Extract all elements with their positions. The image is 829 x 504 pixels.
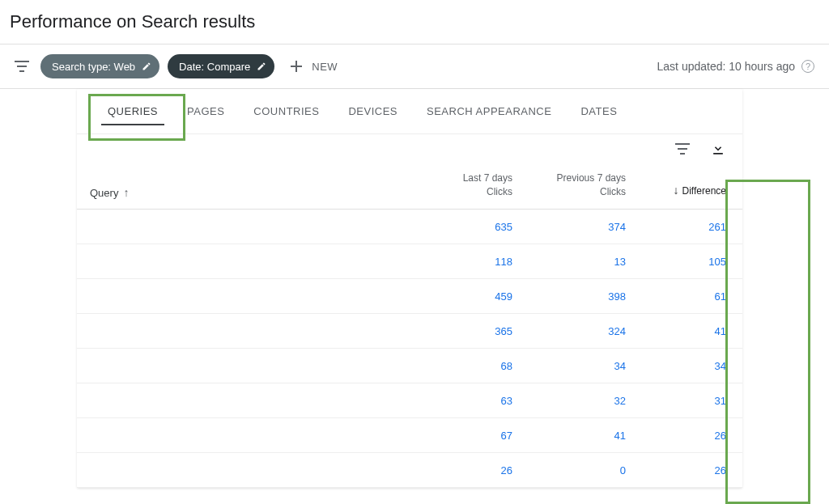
table-row[interactable]: 683434 <box>77 349 742 383</box>
column-last-7[interactable]: Last 7 days Clicks <box>427 172 532 199</box>
cell-prev-7: 41 <box>532 430 645 442</box>
column-prev-7[interactable]: Previous 7 days Clicks <box>532 172 645 199</box>
column-last-7-l2: Clicks <box>427 185 512 199</box>
sort-asc-icon: ↑ <box>123 186 129 199</box>
last-updated-text: Last updated: 10 hours ago <box>657 60 795 73</box>
table-row[interactable]: 36532441 <box>77 314 742 349</box>
cell-difference: 105 <box>645 256 742 268</box>
cell-prev-7: 374 <box>532 221 645 233</box>
results-card: QUERIES PAGES COUNTRIES DEVICES SEARCH A… <box>77 89 742 488</box>
table-header: Query ↑ Last 7 days Clicks Previous 7 da… <box>77 162 742 210</box>
cell-difference: 41 <box>645 325 742 337</box>
filter-icon[interactable] <box>15 61 29 72</box>
column-difference[interactable]: ↓ Difference <box>645 183 742 199</box>
table-row[interactable]: 635374261 <box>77 210 742 244</box>
add-filter-button[interactable]: NEW <box>289 59 338 74</box>
cell-difference: 26 <box>645 430 742 442</box>
tab-devices[interactable]: DEVICES <box>334 89 412 133</box>
cell-prev-7: 0 <box>532 464 645 476</box>
table-row[interactable]: 633231 <box>77 383 742 418</box>
help-icon[interactable]: ? <box>801 60 814 73</box>
column-prev-7-l1: Previous 7 days <box>532 172 626 185</box>
column-query-label: Query <box>90 187 118 199</box>
tabs: QUERIES PAGES COUNTRIES DEVICES SEARCH A… <box>77 89 742 133</box>
cell-prev-7: 13 <box>532 256 645 268</box>
table-tools <box>77 133 742 162</box>
tab-pages[interactable]: PAGES <box>172 89 239 133</box>
cell-last-7: 635 <box>427 221 532 233</box>
cell-last-7: 67 <box>427 430 532 442</box>
chip-search-type-label: Search type: Web <box>52 61 135 73</box>
cell-prev-7: 32 <box>532 395 645 407</box>
table-row[interactable]: 26026 <box>77 453 742 488</box>
column-last-7-l1: Last 7 days <box>427 172 512 185</box>
chip-search-type[interactable]: Search type: Web <box>40 54 159 78</box>
cell-last-7: 118 <box>427 256 532 268</box>
pencil-icon <box>142 61 151 71</box>
pencil-icon <box>257 61 266 71</box>
column-prev-7-l2: Clicks <box>532 185 626 199</box>
cell-difference: 61 <box>645 290 742 303</box>
table-filter-icon[interactable] <box>674 141 691 157</box>
cell-difference: 31 <box>645 395 742 407</box>
tab-queries[interactable]: QUERIES <box>93 89 172 133</box>
column-difference-label: Difference <box>682 184 726 198</box>
add-filter-label: NEW <box>312 61 338 73</box>
cell-difference: 261 <box>645 221 742 233</box>
sort-desc-icon: ↓ <box>674 183 679 199</box>
cell-prev-7: 34 <box>532 360 645 372</box>
filter-bar: Search type: Web Date: Compare NEW Last … <box>0 44 829 89</box>
cell-difference: 26 <box>645 464 742 476</box>
cell-prev-7: 324 <box>532 325 645 337</box>
tab-countries[interactable]: COUNTRIES <box>239 89 334 133</box>
column-query[interactable]: Query ↑ <box>90 172 427 199</box>
download-icon[interactable] <box>710 141 726 157</box>
tab-dates[interactable]: DATES <box>566 89 631 133</box>
cell-last-7: 459 <box>427 290 532 303</box>
plus-icon <box>289 59 304 74</box>
tab-search-appearance[interactable]: SEARCH APPEARANCE <box>412 89 566 133</box>
cell-last-7: 68 <box>427 360 532 372</box>
cell-last-7: 63 <box>427 395 532 407</box>
chip-date-compare-label: Date: Compare <box>179 61 250 73</box>
page-title: Performance on Search results <box>0 0 829 44</box>
table-row[interactable]: 674126 <box>77 418 742 453</box>
table-row[interactable]: 11813105 <box>77 244 742 279</box>
cell-last-7: 26 <box>427 464 532 476</box>
table-body: 6353742611181310545939861365324416834346… <box>77 210 742 488</box>
cell-prev-7: 398 <box>532 290 645 303</box>
cell-last-7: 365 <box>427 325 532 337</box>
last-updated: Last updated: 10 hours ago ? <box>657 60 814 73</box>
cell-difference: 34 <box>645 360 742 372</box>
table-row[interactable]: 45939861 <box>77 279 742 314</box>
chip-date-compare[interactable]: Date: Compare <box>168 54 274 78</box>
